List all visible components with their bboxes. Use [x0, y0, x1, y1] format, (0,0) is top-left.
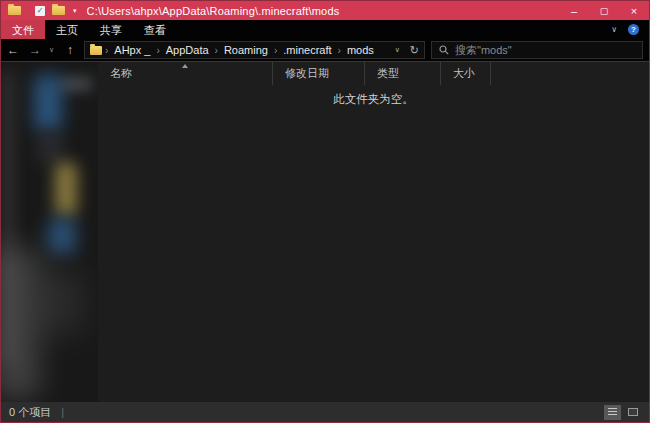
breadcrumb-separator: › — [102, 45, 111, 56]
forward-button[interactable]: → — [25, 39, 45, 61]
search-icon — [439, 45, 449, 55]
column-header-name-label: 名称 — [110, 66, 132, 81]
breadcrumb-minecraft[interactable]: .minecraft — [280, 44, 334, 56]
column-header-name[interactable]: 名称 — [98, 62, 273, 85]
breadcrumb-separator: › — [335, 45, 344, 56]
status-bar: 0 个项目 | — [1, 402, 649, 422]
details-view-icon — [608, 408, 617, 417]
tab-home[interactable]: 主页 — [45, 20, 89, 39]
blur-blob — [31, 270, 83, 334]
quick-access-new-folder-icon[interactable] — [52, 6, 65, 15]
breadcrumb-roaming[interactable]: Roaming — [221, 44, 271, 56]
close-button[interactable]: × — [619, 1, 649, 20]
file-list-pane[interactable]: 名称 修改日期 类型 大小 此文件夹为空。 — [98, 62, 649, 402]
item-count: 0 个项目 — [9, 405, 51, 420]
content-area: 名称 修改日期 类型 大小 此文件夹为空。 — [1, 61, 649, 402]
column-header-type[interactable]: 类型 — [365, 62, 441, 85]
file-explorer-window: ✓ ▾ C:\Users\ahpx\AppData\Roaming\.minec… — [0, 0, 650, 423]
window-title: C:\Users\ahpx\AppData\Roaming\.minecraft… — [87, 5, 559, 17]
expand-ribbon-icon[interactable]: ∨ — [611, 25, 617, 34]
search-input[interactable] — [455, 44, 635, 56]
blur-blob — [61, 78, 93, 90]
breadcrumb-separator: › — [212, 45, 221, 56]
title-bar[interactable]: ✓ ▾ C:\Users\ahpx\AppData\Roaming\.minec… — [1, 1, 649, 20]
quick-access-properties-icon[interactable]: ✓ — [35, 6, 45, 16]
folder-icon — [90, 46, 102, 55]
breadcrumb-user[interactable]: AHpx _ — [111, 44, 153, 56]
address-row: ← → ∨ ↑ › AHpx _ › AppData › Roaming › .… — [1, 39, 649, 61]
large-icons-view-button[interactable] — [624, 405, 641, 420]
column-header-size-label: 大小 — [453, 66, 475, 81]
empty-folder-message: 此文件夹为空。 — [98, 92, 649, 107]
ribbon-tab-bar: 文件 主页 共享 查看 ∨ ? — [1, 20, 649, 39]
blur-blob — [34, 74, 62, 132]
column-headers: 名称 修改日期 类型 大小 — [98, 62, 649, 85]
back-button[interactable]: ← — [1, 39, 25, 61]
breadcrumb-separator: › — [271, 45, 280, 56]
help-icon[interactable]: ? — [628, 24, 639, 35]
recent-locations-icon[interactable]: ∨ — [45, 39, 58, 61]
navigation-pane-blurred[interactable] — [1, 62, 98, 402]
quick-access-customize-icon[interactable]: ▾ — [73, 7, 77, 15]
status-separator: | — [61, 406, 64, 418]
explorer-app-icon — [8, 6, 21, 15]
tab-share[interactable]: 共享 — [89, 20, 133, 39]
column-header-date-modified[interactable]: 修改日期 — [273, 62, 365, 85]
breadcrumb-appdata[interactable]: AppData — [163, 44, 212, 56]
address-bar-controls: ∨ ↻ — [395, 44, 419, 57]
previous-locations-icon[interactable]: ∨ — [395, 46, 400, 54]
column-header-type-label: 类型 — [377, 66, 399, 81]
sort-ascending-icon — [182, 64, 188, 68]
breadcrumb-mods[interactable]: mods — [344, 44, 377, 56]
view-toggle-buttons — [604, 405, 641, 420]
ribbon-right-controls: ∨ ? — [611, 20, 649, 39]
large-icons-view-icon — [628, 408, 638, 416]
details-view-button[interactable] — [604, 405, 621, 420]
window-controls: – ▢ × — [559, 1, 649, 20]
maximize-button[interactable]: ▢ — [589, 1, 619, 20]
tab-file[interactable]: 文件 — [1, 20, 45, 39]
search-box[interactable] — [431, 41, 643, 59]
address-bar[interactable]: › AHpx _ › AppData › Roaming › .minecraf… — [84, 41, 425, 59]
refresh-icon[interactable]: ↻ — [410, 44, 419, 57]
tab-view[interactable]: 查看 — [133, 20, 177, 39]
maximize-icon: ▢ — [600, 6, 609, 16]
minimize-button[interactable]: – — [559, 1, 589, 20]
blur-blob — [48, 218, 76, 254]
column-header-date-label: 修改日期 — [285, 66, 329, 81]
column-header-size[interactable]: 大小 — [441, 62, 491, 85]
up-button[interactable]: ↑ — [58, 39, 82, 61]
breadcrumb-separator: › — [153, 45, 162, 56]
blur-blob — [37, 132, 63, 164]
blur-blob — [55, 162, 77, 216]
